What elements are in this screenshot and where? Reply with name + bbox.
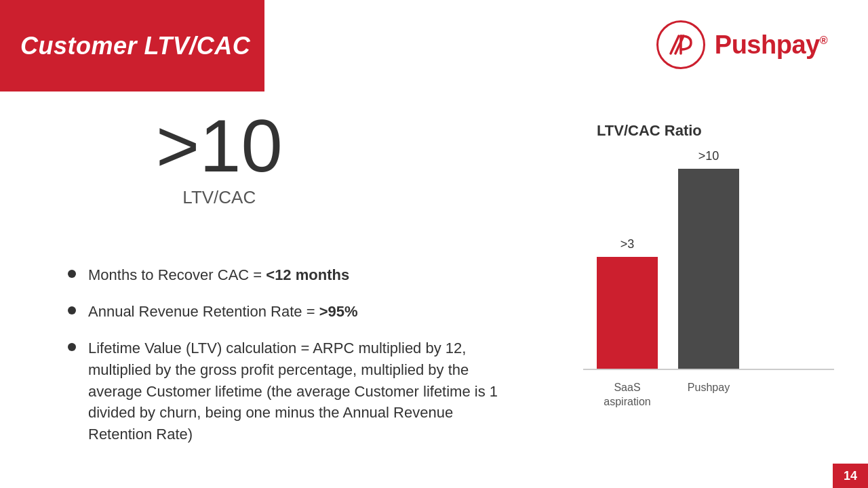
- bullet-dot-1: [68, 270, 76, 278]
- hero-metric-area: >10 LTV/CAC: [156, 108, 283, 208]
- logo-area: Pushpay®: [656, 20, 827, 69]
- bar-value-pushpay: >10: [698, 149, 719, 163]
- slide-number: 14: [833, 464, 868, 488]
- pushpay-p-icon: [665, 29, 696, 60]
- chart-container: >3 >10: [583, 153, 834, 370]
- bullet-text-3: Lifetime Value (LTV) calculation = ARPC …: [88, 338, 515, 445]
- bullet-item-2: Annual Revenue Retention Rate = >95%: [68, 301, 515, 323]
- bar-pushpay: [678, 169, 739, 369]
- logo-text: Pushpay®: [715, 30, 827, 60]
- header-banner: Customer LTV/CAC: [0, 0, 264, 92]
- bullet-dot-3: [68, 343, 76, 351]
- bullet-dot-2: [68, 306, 76, 314]
- page-title: Customer LTV/CAC: [20, 32, 250, 60]
- bullet-list: Months to Recover CAC = <12 months Annua…: [68, 264, 515, 460]
- chart-title: LTV/CAC Ratio: [597, 122, 834, 140]
- bar-value-saas: >3: [620, 237, 635, 251]
- bar-group-saas: >3: [597, 237, 658, 369]
- bullet-item-1: Months to Recover CAC = <12 months: [68, 264, 515, 286]
- logo-reg: ®: [820, 35, 827, 46]
- hero-label: LTV/CAC: [156, 187, 283, 208]
- bar-saas: [597, 257, 658, 369]
- bullet-text-2: Annual Revenue Retention Rate = >95%: [88, 301, 358, 323]
- logo-circle-icon: [656, 20, 705, 69]
- bullet-bold-1: <12 months: [266, 266, 349, 283]
- bar-label-pushpay: Pushpay: [678, 381, 739, 409]
- hero-number: >10: [156, 108, 283, 183]
- bullet-item-3: Lifetime Value (LTV) calculation = ARPC …: [68, 338, 515, 445]
- bar-group-pushpay: >10: [678, 149, 739, 369]
- logo-name: Pushpay: [715, 30, 820, 59]
- bar-label-saas: SaaSaspiration: [597, 381, 658, 409]
- bar-labels: SaaSaspiration Pushpay: [583, 370, 834, 415]
- bullet-bold-2: >95%: [319, 303, 358, 320]
- chart-area: LTV/CAC Ratio >3 >10 SaaSaspiration Push…: [583, 122, 834, 415]
- bullet-text-1: Months to Recover CAC = <12 months: [88, 264, 349, 286]
